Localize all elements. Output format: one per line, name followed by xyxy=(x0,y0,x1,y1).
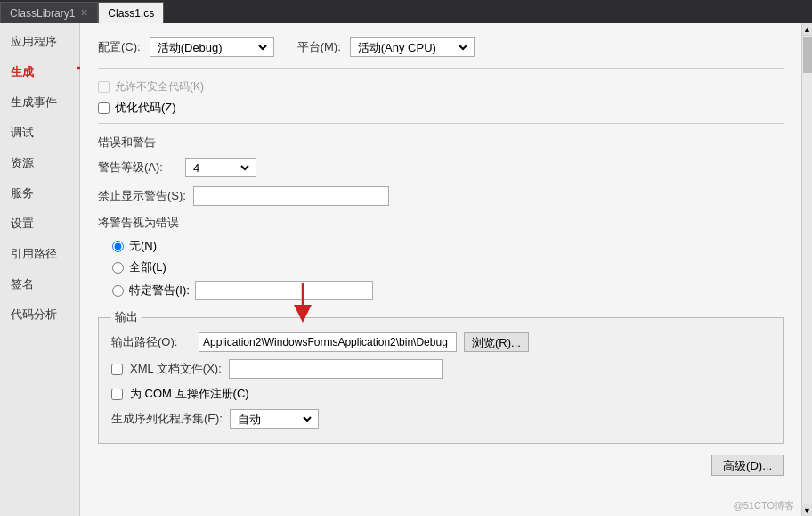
tab-label-class1cs: Class1.cs xyxy=(108,7,154,20)
treat-none-label: 无(N) xyxy=(129,238,157,254)
red-arrow-icon xyxy=(294,283,365,327)
sidebar-item-reference-paths[interactable]: 引用路径 xyxy=(0,239,79,269)
serialization-label: 生成序列化程序集(E): xyxy=(111,411,223,427)
com-register-checkbox[interactable] xyxy=(111,389,123,400)
output-fieldset: 输出 输出路径(O): 浏览(R)... XML 文档文件(X): xyxy=(98,309,784,444)
sidebar-item-build-events[interactable]: 生成事件 xyxy=(0,87,79,118)
output-path-row: 输出路径(O): 浏览(R)... xyxy=(111,332,770,352)
scrollbar-thumb[interactable] xyxy=(803,37,812,73)
scroll-up-btn[interactable]: ▲ xyxy=(802,23,812,36)
treat-specific-radio[interactable] xyxy=(112,285,124,297)
bottom-buttons: 高级(D)... xyxy=(98,455,784,476)
divider-errors xyxy=(98,123,784,124)
xml-docs-checkbox[interactable] xyxy=(111,364,123,375)
close-tab-classlibrary1[interactable]: ✕ xyxy=(80,7,88,19)
treat-specific-row: 特定警告(I): xyxy=(112,281,784,300)
scrollbar-track xyxy=(802,75,812,504)
sidebar-item-debug[interactable]: 调试 xyxy=(0,118,79,148)
treat-none-radio[interactable] xyxy=(112,241,124,252)
allow-unsafe-checkbox[interactable] xyxy=(98,81,110,93)
divider-top xyxy=(98,68,784,69)
scroll-down-icon: ▼ xyxy=(803,506,811,515)
sidebar-item-services[interactable]: 服务 xyxy=(0,178,79,209)
sidebar-item-application[interactable]: 应用程序 xyxy=(0,27,79,57)
platform-dropdown[interactable]: 活动(Any CPU) Any CPU xyxy=(350,37,475,57)
treat-warnings-title: 将警告视为错误 xyxy=(98,215,784,231)
xml-docs-row: XML 文档文件(X): xyxy=(111,359,770,379)
configuration-select[interactable]: 活动(Debug) Debug Release 所有配置 xyxy=(154,40,270,55)
main-content: 应用程序 生成 生成事件 调试 xyxy=(0,23,812,516)
sidebar-item-build[interactable]: 生成 xyxy=(0,57,79,87)
treat-all-label: 全部(L) xyxy=(129,259,166,275)
serialization-select[interactable]: 自动 开 关 xyxy=(234,412,314,427)
xml-docs-label: XML 文档文件(X): xyxy=(130,361,222,377)
sidebar-item-signing[interactable]: 签名 xyxy=(0,269,79,299)
treat-all-radio[interactable] xyxy=(112,262,124,274)
suppress-warnings-input[interactable] xyxy=(193,186,389,206)
output-legend: 输出 xyxy=(111,309,142,325)
warning-level-row: 警告等级(A): 4 0 1 2 3 xyxy=(98,158,784,177)
hidden-checkbox-area: 允许不安全代码(K) xyxy=(98,79,784,94)
warning-level-dropdown[interactable]: 4 0 1 2 3 xyxy=(185,158,256,177)
treat-warnings-radio-group: 无(N) 全部(L) 特定警告(I): xyxy=(112,238,784,300)
sidebar-item-code-analysis[interactable]: 代码分析 xyxy=(0,299,79,330)
content-area: 配置(C): 活动(Debug) Debug Release 所有配置 平台(M… xyxy=(80,23,801,516)
com-register-label: 为 COM 互操作注册(C) xyxy=(130,386,249,402)
browse-button[interactable]: 浏览(R)... xyxy=(464,332,529,352)
tab-classlibrary1[interactable]: ClassLibrary1 ✕ xyxy=(0,2,98,23)
serialization-dropdown[interactable]: 自动 开 关 xyxy=(230,409,319,429)
errors-warnings-title: 错误和警告 xyxy=(98,135,784,151)
warning-level-label: 警告等级(A): xyxy=(98,160,178,176)
com-register-row: 为 COM 互操作注册(C) xyxy=(111,386,770,402)
tab-bar: ClassLibrary1 ✕ Class1.cs xyxy=(0,0,812,23)
optimize-code-label: 优化代码(Z) xyxy=(115,100,176,116)
config-row: 配置(C): 活动(Debug) Debug Release 所有配置 平台(M… xyxy=(98,37,784,57)
configuration-dropdown[interactable]: 活动(Debug) Debug Release 所有配置 xyxy=(150,37,274,57)
platform-label: 平台(M): xyxy=(297,39,341,55)
serialization-row: 生成序列化程序集(E): 自动 开 关 xyxy=(111,409,770,429)
optimize-code-row: 优化代码(Z) xyxy=(98,100,784,116)
output-path-label: 输出路径(O): xyxy=(111,334,191,350)
treat-specific-label: 特定警告(I): xyxy=(129,283,190,299)
suppress-warnings-label: 禁止显示警告(S): xyxy=(98,188,186,204)
scrollbar[interactable]: ▲ ▼ xyxy=(801,23,812,516)
optimize-code-checkbox[interactable] xyxy=(98,102,110,114)
output-path-input[interactable] xyxy=(199,332,457,352)
sidebar-item-resources[interactable]: 资源 xyxy=(0,148,79,178)
warning-level-select[interactable]: 4 0 1 2 3 xyxy=(190,160,252,176)
treat-none-row: 无(N) xyxy=(112,238,784,254)
configuration-label: 配置(C): xyxy=(98,39,141,55)
xml-docs-input[interactable] xyxy=(229,359,443,379)
tab-class1cs[interactable]: Class1.cs xyxy=(98,2,164,23)
suppress-warnings-row: 禁止显示警告(S): xyxy=(98,186,784,206)
sidebar-item-settings[interactable]: 设置 xyxy=(0,209,79,239)
advanced-button[interactable]: 高级(D)... xyxy=(711,455,784,476)
tab-label-classlibrary1: ClassLibrary1 xyxy=(10,7,75,20)
sidebar: 应用程序 生成 生成事件 调试 xyxy=(0,23,80,516)
output-section-wrapper: 输出 输出路径(O): 浏览(R)... XML 文档文件(X): xyxy=(98,309,784,444)
platform-select[interactable]: 活动(Any CPU) Any CPU xyxy=(354,40,470,55)
watermark: @51CTO博客 xyxy=(734,499,794,512)
scroll-down-btn[interactable]: ▼ xyxy=(802,504,812,516)
treat-all-row: 全部(L) xyxy=(112,259,784,275)
scroll-up-icon: ▲ xyxy=(803,25,811,34)
